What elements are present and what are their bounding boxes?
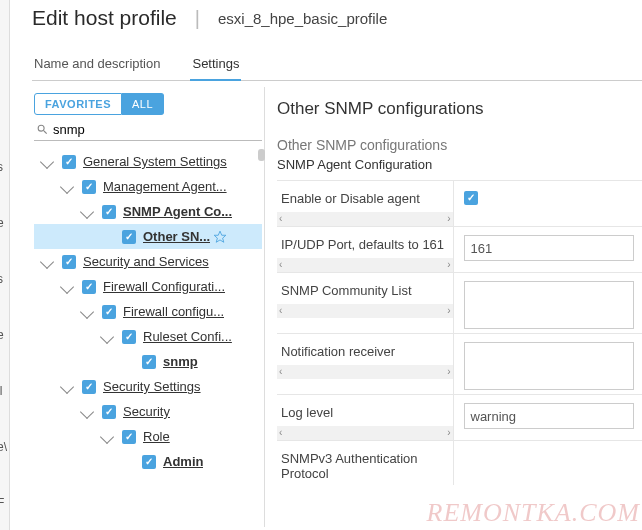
label-enable: Enable or Disable agent <box>281 191 420 206</box>
chevron-down-icon <box>60 179 74 193</box>
chevron-left-icon: ‹ <box>279 306 282 316</box>
tree-node-security-settings[interactable]: Security Settings <box>34 374 262 399</box>
chevron-left-icon: ‹ <box>279 367 282 377</box>
row-notif: Notification receiver ‹› <box>277 334 642 395</box>
chevron-right-icon: › <box>447 367 450 377</box>
svg-marker-0 <box>214 231 226 242</box>
label-scrollbar[interactable]: ‹› <box>277 304 453 318</box>
chevron-left-icon: ‹ <box>279 428 282 438</box>
chevron-down-icon <box>100 429 114 443</box>
main-subtitle: Other SNMP configurations <box>277 137 642 153</box>
profile-name: esxi_8_hpe_basic_profile <box>218 10 387 27</box>
form-table: Enable or Disable agent ‹› IP/UDP Port, … <box>277 180 642 485</box>
main-title: Other SNMP configurations <box>277 99 642 119</box>
pill-favorites[interactable]: FAVORITES <box>34 93 122 115</box>
pill-all[interactable]: ALL <box>122 93 164 115</box>
separator: | <box>195 7 200 30</box>
label-scrollbar[interactable]: ‹› <box>277 258 453 272</box>
checkbox[interactable] <box>122 430 136 444</box>
tab-name-desc[interactable]: Name and description <box>32 50 162 80</box>
checkbox[interactable] <box>82 180 96 194</box>
tree-node-snmp-agent[interactable]: SNMP Agent Co... <box>34 199 262 224</box>
community-input[interactable] <box>464 281 634 329</box>
label-notif: Notification receiver <box>281 344 395 359</box>
sidebar: FAVORITES ALL General System Settings Ma… <box>32 87 265 527</box>
checkbox[interactable] <box>102 205 116 219</box>
checkbox[interactable] <box>142 455 156 469</box>
checkbox[interactable] <box>102 405 116 419</box>
chevron-down-icon <box>40 254 54 268</box>
loglevel-select[interactable]: warning <box>464 403 634 429</box>
tree-node-general-system[interactable]: General System Settings <box>34 149 262 174</box>
checkbox[interactable] <box>62 255 76 269</box>
scrollbar-thumb[interactable] <box>258 149 265 161</box>
main-subtitle2: SNMP Agent Configuration <box>277 157 642 172</box>
tree-node-role[interactable]: Role <box>34 424 262 449</box>
checkbox[interactable] <box>122 230 136 244</box>
chevron-down-icon <box>80 204 94 218</box>
chevron-right-icon: › <box>447 428 450 438</box>
tabs: Name and description Settings <box>32 50 642 81</box>
search-input[interactable] <box>53 122 233 137</box>
label-scrollbar[interactable]: ‹› <box>277 212 453 226</box>
chevron-left-icon: ‹ <box>279 214 282 224</box>
row-community: SNMP Community List ‹› <box>277 273 642 334</box>
star-icon[interactable] <box>213 230 227 244</box>
checkbox[interactable] <box>82 280 96 294</box>
tree-node-security[interactable]: Security <box>34 399 262 424</box>
tree-node-firewall-config2[interactable]: Firewall configu... <box>34 299 262 324</box>
row-enable-agent: Enable or Disable agent ‹› <box>277 181 642 227</box>
chevron-down-icon <box>40 154 54 168</box>
label-community: SNMP Community List <box>281 283 412 298</box>
tree-node-firewall-config[interactable]: Firewall Configurati... <box>34 274 262 299</box>
chevron-left-icon: ‹ <box>279 260 282 270</box>
notification-input[interactable] <box>464 342 634 390</box>
chevron-right-icon: › <box>447 306 450 316</box>
tree-node-mgmt-agent[interactable]: Management Agent... <box>34 174 262 199</box>
chevron-right-icon: › <box>447 214 450 224</box>
port-input[interactable]: 161 <box>464 235 634 261</box>
label-port: IP/UDP Port, defaults to 161 <box>281 237 444 252</box>
tree-node-other-snmp[interactable]: Other SN... <box>34 224 262 249</box>
chevron-down-icon <box>80 304 94 318</box>
label-v3auth: SNMPv3 Authentication Protocol <box>281 451 418 481</box>
chevron-right-icon: › <box>447 260 450 270</box>
enable-agent-checkbox[interactable] <box>464 191 478 205</box>
checkbox[interactable] <box>62 155 76 169</box>
search-box[interactable] <box>34 119 262 141</box>
chevron-down-icon <box>80 404 94 418</box>
tree-node-security-services[interactable]: Security and Services <box>34 249 262 274</box>
checkbox[interactable] <box>122 330 136 344</box>
row-loglevel: Log level ‹› warning <box>277 395 642 441</box>
label-scrollbar[interactable]: ‹› <box>277 365 453 379</box>
checkbox[interactable] <box>142 355 156 369</box>
main-panel: Other SNMP configurations Other SNMP con… <box>265 87 642 527</box>
tree-node-snmp[interactable]: snmp <box>34 349 262 374</box>
tree-node-ruleset[interactable]: Ruleset Confi... <box>34 324 262 349</box>
search-icon <box>36 123 49 136</box>
settings-tree: General System Settings Management Agent… <box>34 149 262 474</box>
row-ip-port: IP/UDP Port, defaults to 161 ‹› 161 <box>277 227 642 273</box>
page-title: Edit host profile <box>32 6 177 30</box>
row-v3auth: SNMPv3 Authentication Protocol <box>277 441 642 486</box>
header: Edit host profile | esxi_8_hpe_basic_pro… <box>32 6 642 30</box>
tab-settings[interactable]: Settings <box>190 50 241 81</box>
chevron-down-icon <box>60 279 74 293</box>
label-loglevel: Log level <box>281 405 333 420</box>
chevron-down-icon <box>100 329 114 343</box>
label-scrollbar[interactable]: ‹› <box>277 426 453 440</box>
chevron-down-icon <box>60 379 74 393</box>
checkbox[interactable] <box>102 305 116 319</box>
checkbox[interactable] <box>82 380 96 394</box>
tree-node-admin[interactable]: Admin <box>34 449 262 474</box>
